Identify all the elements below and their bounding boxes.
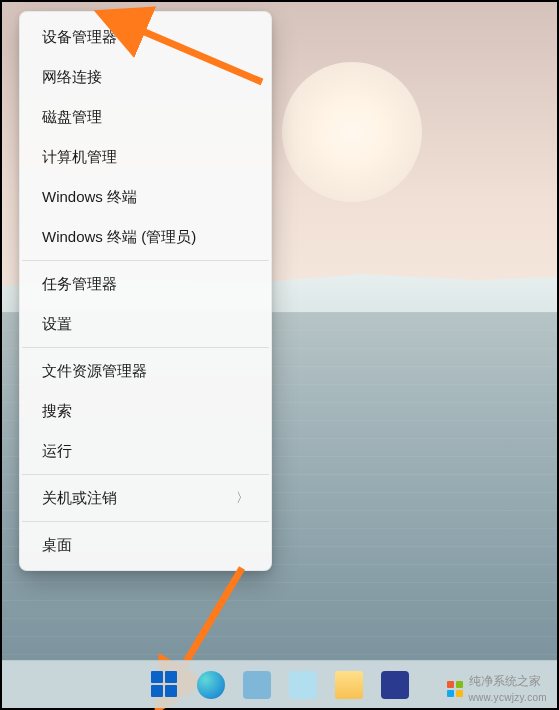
taskbar-app-explorer-icon[interactable] bbox=[335, 671, 363, 699]
menu-item-desktop[interactable]: 桌面 bbox=[24, 525, 267, 565]
menu-item-label: 设备管理器 bbox=[42, 28, 117, 47]
taskbar-app-icon[interactable] bbox=[289, 671, 317, 699]
menu-separator bbox=[22, 260, 269, 261]
taskbar-app-icon[interactable] bbox=[243, 671, 271, 699]
menu-item-label: 文件资源管理器 bbox=[42, 362, 147, 381]
menu-item-label: Windows 终端 bbox=[42, 188, 137, 207]
menu-item-label: 网络连接 bbox=[42, 68, 102, 87]
menu-separator bbox=[22, 347, 269, 348]
menu-item-windows-terminal-admin[interactable]: Windows 终端 (管理员) bbox=[24, 217, 267, 257]
screenshot-viewport: 设备管理器 网络连接 磁盘管理 计算机管理 Windows 终端 Windows… bbox=[0, 0, 559, 710]
menu-item-computer-management[interactable]: 计算机管理 bbox=[24, 137, 267, 177]
watermark: 纯净系统之家 www.ycwjzy.com bbox=[447, 673, 547, 704]
menu-item-run[interactable]: 运行 bbox=[24, 431, 267, 471]
menu-item-search[interactable]: 搜索 bbox=[24, 391, 267, 431]
menu-item-label: 关机或注销 bbox=[42, 489, 117, 508]
menu-item-label: 设置 bbox=[42, 315, 72, 334]
wallpaper-sun bbox=[282, 62, 422, 202]
menu-item-file-explorer[interactable]: 文件资源管理器 bbox=[24, 351, 267, 391]
menu-item-task-manager[interactable]: 任务管理器 bbox=[24, 264, 267, 304]
taskbar-app-icon[interactable] bbox=[381, 671, 409, 699]
menu-separator bbox=[22, 521, 269, 522]
winx-context-menu[interactable]: 设备管理器 网络连接 磁盘管理 计算机管理 Windows 终端 Windows… bbox=[19, 11, 272, 571]
menu-item-disk-management[interactable]: 磁盘管理 bbox=[24, 97, 267, 137]
menu-item-label: 任务管理器 bbox=[42, 275, 117, 294]
menu-item-settings[interactable]: 设置 bbox=[24, 304, 267, 344]
watermark-logo-icon bbox=[447, 681, 463, 697]
menu-item-label: 搜索 bbox=[42, 402, 72, 421]
watermark-text: 纯净系统之家 bbox=[469, 674, 541, 688]
chevron-right-icon: 〉 bbox=[236, 489, 249, 507]
menu-item-label: 计算机管理 bbox=[42, 148, 117, 167]
menu-item-windows-terminal[interactable]: Windows 终端 bbox=[24, 177, 267, 217]
menu-item-device-manager[interactable]: 设备管理器 bbox=[24, 17, 267, 57]
menu-item-label: Windows 终端 (管理员) bbox=[42, 228, 196, 247]
menu-item-label: 磁盘管理 bbox=[42, 108, 102, 127]
menu-separator bbox=[22, 474, 269, 475]
menu-item-label: 运行 bbox=[42, 442, 72, 461]
menu-item-label: 桌面 bbox=[42, 536, 72, 555]
menu-item-shutdown-signout[interactable]: 关机或注销 〉 bbox=[24, 478, 267, 518]
menu-item-network-connections[interactable]: 网络连接 bbox=[24, 57, 267, 97]
watermark-url: www.ycwjzy.com bbox=[469, 692, 547, 703]
taskbar-app-edge-icon[interactable] bbox=[197, 671, 225, 699]
start-button[interactable] bbox=[151, 671, 179, 699]
